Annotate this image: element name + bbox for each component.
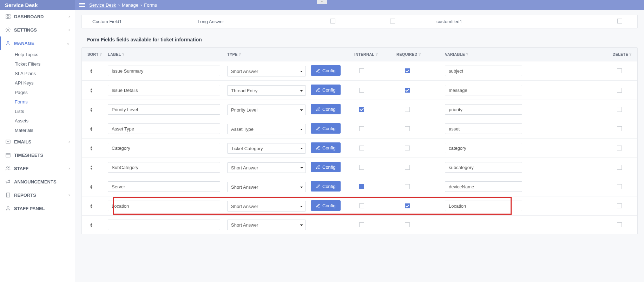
collapse-handle-icon[interactable]: ⌃ [317, 0, 327, 4]
sort-handle-icon[interactable]: ▲▼ [87, 221, 95, 229]
variable-input[interactable] [445, 162, 522, 173]
label-input[interactable] [108, 201, 220, 211]
nav-sub-materials[interactable]: Materials [0, 126, 75, 135]
required-checkbox[interactable] [405, 203, 410, 208]
nav-sub-ticket-filters[interactable]: Ticket Filters [0, 59, 75, 69]
label-input[interactable] [108, 220, 220, 230]
required-checkbox[interactable] [405, 146, 410, 150]
internal-checkbox[interactable] [359, 203, 364, 208]
required-checkbox[interactable] [405, 184, 410, 189]
delete-checkbox[interactable] [617, 184, 622, 189]
variable-input[interactable] [445, 66, 522, 76]
required-checkbox[interactable] [405, 165, 410, 170]
nav-emails[interactable]: EMAILS › [0, 135, 75, 148]
type-select[interactable]: Ticket Category [227, 143, 306, 154]
internal-checkbox[interactable] [359, 165, 364, 170]
sort-handle-icon[interactable]: ▲▼ [87, 87, 95, 94]
label-input[interactable] [108, 104, 220, 115]
sort-handle-icon[interactable]: ▲▼ [87, 202, 95, 210]
delete-checkbox[interactable] [617, 165, 622, 170]
sort-handle-icon[interactable]: ▲▼ [87, 125, 95, 133]
internal-checkbox[interactable] [359, 68, 364, 73]
nav-staff-panel[interactable]: STAFF PANEL [0, 202, 75, 215]
config-button[interactable]: Config [311, 123, 341, 134]
sort-handle-icon[interactable]: ▲▼ [87, 164, 95, 172]
internal-checkbox[interactable] [359, 146, 364, 150]
nav-announcements[interactable]: ANNOUNCEMENTS [0, 175, 75, 188]
type-select[interactable]: Thread Entry [227, 85, 306, 96]
required-checkbox[interactable] [405, 88, 410, 93]
custom-field-checkbox-1[interactable] [330, 19, 335, 24]
nav-dashboard[interactable]: DASHBOARD › [0, 10, 75, 23]
sort-handle-icon[interactable]: ▲▼ [87, 67, 95, 75]
type-select[interactable]: Short Answer [227, 66, 306, 76]
type-select[interactable]: Short Answer [227, 162, 306, 173]
custom-field-delete-checkbox[interactable] [617, 19, 622, 24]
internal-checkbox[interactable] [359, 222, 364, 227]
label-input[interactable] [108, 143, 220, 153]
help-icon[interactable]: ? [122, 52, 125, 56]
internal-checkbox[interactable] [359, 107, 364, 112]
variable-input[interactable] [445, 104, 522, 115]
nav-manage[interactable]: MANAGE ⌄ [0, 36, 75, 50]
type-select[interactable]: Asset Type [227, 124, 306, 134]
type-select[interactable]: Short Answer [227, 182, 306, 192]
nav-settings[interactable]: SETTINGS › [0, 23, 75, 36]
nav-reports[interactable]: REPORTS › [0, 188, 75, 202]
internal-checkbox[interactable] [359, 184, 364, 189]
internal-checkbox[interactable] [359, 126, 364, 131]
help-icon[interactable]: ? [419, 52, 421, 56]
type-select[interactable]: Short Answer [227, 201, 306, 212]
nav-sub-api-keys[interactable]: API Keys [0, 78, 75, 88]
delete-checkbox[interactable] [617, 203, 622, 208]
label-input[interactable] [108, 123, 220, 134]
menu-icon[interactable] [79, 3, 85, 7]
type-select[interactable]: Short Answer [227, 220, 306, 230]
required-checkbox[interactable] [405, 107, 410, 112]
delete-checkbox[interactable] [617, 146, 622, 150]
config-button[interactable]: Config [311, 162, 341, 172]
variable-input[interactable] [445, 143, 522, 153]
required-checkbox[interactable] [405, 126, 410, 131]
breadcrumb-root[interactable]: Service Desk [89, 2, 116, 8]
variable-input[interactable] [445, 181, 522, 192]
config-button[interactable]: Config [311, 65, 341, 76]
nav-sub-forms[interactable]: Forms [0, 97, 75, 107]
label-input[interactable] [108, 162, 220, 173]
nav-sub-pages[interactable]: Pages [0, 88, 75, 97]
config-button[interactable]: Config [311, 200, 341, 211]
config-button[interactable]: Config [311, 142, 341, 153]
variable-input[interactable] [445, 85, 522, 95]
delete-checkbox[interactable] [617, 107, 622, 112]
required-checkbox[interactable] [405, 222, 410, 227]
nav-sub-sla-plans[interactable]: SLA Plans [0, 69, 75, 78]
config-button[interactable]: Config [311, 85, 341, 95]
help-icon[interactable]: ? [466, 52, 468, 56]
required-checkbox[interactable] [405, 68, 410, 73]
delete-checkbox[interactable] [617, 126, 622, 131]
config-button[interactable]: Config [311, 181, 341, 192]
nav-sub-lists[interactable]: Lists [0, 107, 75, 116]
variable-input[interactable] [445, 123, 522, 134]
help-icon[interactable]: ? [99, 52, 102, 56]
sort-handle-icon[interactable]: ▲▼ [87, 183, 95, 191]
help-icon[interactable]: ? [629, 52, 632, 56]
internal-checkbox[interactable] [359, 88, 364, 93]
nav-sub-assets[interactable]: Assets [0, 116, 75, 126]
nav-sub-help-topics[interactable]: Help Topics [0, 50, 75, 59]
variable-input[interactable] [445, 201, 522, 211]
type-select[interactable]: Priority Level [227, 105, 306, 115]
label-input[interactable] [108, 181, 220, 192]
delete-checkbox[interactable] [617, 88, 622, 93]
config-button[interactable]: Config [311, 104, 341, 114]
help-icon[interactable]: ? [239, 52, 241, 56]
custom-field-checkbox-2[interactable] [390, 19, 395, 24]
sort-handle-icon[interactable]: ▲▼ [87, 106, 95, 114]
nav-timesheets[interactable]: TIMESHEETS [0, 148, 75, 162]
help-icon[interactable]: ? [375, 52, 378, 56]
label-input[interactable] [108, 66, 220, 76]
nav-staff[interactable]: STAFF › [0, 162, 75, 175]
delete-checkbox[interactable] [617, 68, 622, 73]
sort-handle-icon[interactable]: ▲▼ [87, 145, 95, 152]
label-input[interactable] [108, 85, 220, 95]
